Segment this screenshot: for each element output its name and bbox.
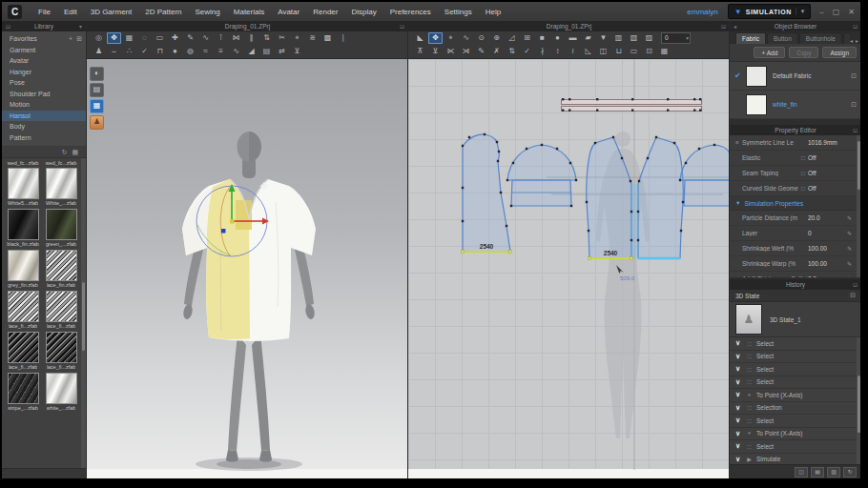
gizmo-depth-point[interactable]	[221, 229, 226, 234]
clone-pattern-icon[interactable]: ⊞	[520, 32, 534, 44]
canvas-2d[interactable]: 2540 2540	[408, 59, 730, 478]
tack-on-avatar-icon[interactable]: ⌖	[290, 32, 304, 44]
property-editor-header[interactable]: Property Editor ⊡	[730, 125, 860, 135]
show-internal-lines-icon[interactable]: ▤	[90, 83, 104, 97]
selected-check-icon[interactable]: ✔	[734, 71, 746, 80]
history-item[interactable]: ∨ ▶ Simulate	[730, 454, 860, 465]
fabric-item[interactable]: lace_fi...zfab	[7, 332, 39, 370]
fold-arrangement-icon[interactable]: ⇅	[259, 32, 274, 44]
menu-item[interactable]: Preferences	[383, 8, 438, 16]
layers-icon[interactable]: ▤	[259, 46, 274, 57]
history-item[interactable]: ∨ ∷ Select	[730, 415, 860, 428]
fabric-list-item[interactable]: white_fin ⊡	[730, 91, 860, 119]
library-folder-item[interactable]: Hanger	[2, 67, 86, 78]
edit-pencil-icon[interactable]: ✎	[844, 245, 852, 252]
mn-segment-sew-icon[interactable]: ⋊	[459, 46, 473, 57]
fabric-thumbnail[interactable]	[8, 168, 39, 199]
fabric-thumbnail[interactable]	[46, 291, 77, 322]
menu-item[interactable]: Sewing	[189, 8, 227, 16]
maximize-button[interactable]: ▢	[833, 8, 840, 16]
grid-view-icon[interactable]: ▦	[72, 149, 78, 156]
refresh-icon[interactable]: ↻	[62, 149, 68, 156]
library-folder-item[interactable]: Motion	[2, 99, 86, 111]
property-value[interactable]: Off	[808, 154, 844, 161]
fold-sew-icon[interactable]: ⇅	[505, 46, 519, 57]
object-browser-tab[interactable]: Topstitch	[843, 32, 850, 44]
state-thumbnail[interactable]: ♟	[735, 304, 762, 335]
view-list-icon[interactable]: ▤	[811, 467, 824, 478]
show-avatar-icon[interactable]: ♟	[90, 115, 104, 130]
add-fabric-button[interactable]: + Add	[754, 47, 785, 58]
menu-item[interactable]: Edit	[57, 8, 84, 16]
measure-3d-icon[interactable]: ∣	[336, 32, 350, 44]
fabric-file-label[interactable]: wed_fc...zfab	[45, 160, 77, 166]
seam-allowance-icon[interactable]: ▧	[627, 32, 641, 44]
history-state-item[interactable]: ♟ 3D State_1	[730, 302, 860, 337]
app-logo-icon[interactable]: C	[8, 5, 22, 19]
property-value[interactable]: 100.00	[808, 260, 844, 267]
panel-float-icon[interactable]: ⊡	[853, 281, 858, 288]
library-folder-item[interactable]: Pose	[2, 77, 86, 89]
fit-check-icon[interactable]: ✓	[137, 46, 152, 57]
object-browser-tab[interactable]: Fabric	[735, 32, 766, 44]
shirring-icon[interactable]: ≡	[214, 46, 228, 57]
render-style-icon[interactable]: ◐	[90, 67, 104, 81]
show-gizmo-icon[interactable]: ◎	[92, 32, 106, 44]
internal-line-icon[interactable]: ≀	[566, 46, 580, 57]
curve-point-icon[interactable]: ⊙	[474, 32, 488, 44]
viewport-3d-header[interactable]: Draping_01.ZPrj ⊡	[87, 21, 408, 31]
panel-float-icon[interactable]: ⊡	[853, 23, 858, 30]
menu-item[interactable]: Avatar	[271, 8, 306, 16]
section-collapse-icon[interactable]: ▼	[735, 200, 740, 206]
pin-icon[interactable]: ⊺	[214, 32, 228, 44]
sew-free-icon[interactable]: ⋈	[229, 32, 243, 44]
fabric-thumbnail[interactable]	[46, 373, 77, 404]
arrange-points-icon[interactable]: ∴	[122, 46, 136, 57]
history-item[interactable]: ∨ ⌖ To Point (X-Axis)	[730, 428, 860, 441]
fabric-item[interactable]: stripe_...zfab	[7, 373, 39, 411]
library-folder-item[interactable]: Pattern	[2, 132, 86, 144]
path-pattern-icon[interactable]: ▬	[566, 32, 580, 44]
fabric-swatch[interactable]	[746, 94, 767, 115]
view-thumb-icon[interactable]: ◫	[795, 467, 808, 478]
pen-3d-icon[interactable]: ✎	[183, 32, 197, 44]
add-point-icon[interactable]: ⊕	[489, 32, 504, 44]
history-item[interactable]: ∨ ∷ Select	[730, 376, 860, 390]
property-value[interactable]: 2.5	[808, 275, 844, 277]
user-name[interactable]: emmalyn	[687, 8, 717, 16]
trace-icon[interactable]: ◺	[581, 46, 595, 57]
history-item[interactable]: ∨ ∷ Select	[730, 363, 860, 376]
dart-icon[interactable]: ▼	[596, 32, 610, 44]
fabric-thumbnail[interactable]	[46, 168, 77, 199]
fabric-item[interactable]: grey_fin.zfab	[7, 250, 39, 288]
drop-avatar-icon[interactable]: ⊻	[290, 46, 304, 57]
notch-icon[interactable]: ∤	[535, 46, 549, 57]
edit-curve-3d-icon[interactable]: ∿	[198, 32, 213, 44]
simulation-properties-section[interactable]: ▼ Simulation Properties	[730, 196, 860, 211]
menu-item[interactable]: Help	[479, 8, 507, 16]
canvas-3d[interactable]: ◐▤▦♟	[87, 59, 408, 478]
copy-fabric-button[interactable]: Copy	[789, 47, 818, 58]
library-folder-item[interactable]: Body	[2, 121, 86, 132]
fabric-thumbnail[interactable]	[46, 250, 77, 281]
history-item[interactable]: ∨ ∷ Select	[730, 351, 860, 364]
fabric-options-icon[interactable]: ⊡	[851, 101, 857, 109]
check-sew-icon[interactable]: ✓	[520, 46, 534, 57]
library-folder-item[interactable]: Avatar	[2, 55, 86, 67]
property-expand-icon[interactable]: «	[735, 139, 742, 146]
fabric-thumbnail[interactable]	[8, 209, 39, 240]
property-value[interactable]: 20.0	[808, 214, 844, 221]
panel-float-icon[interactable]: ⊡	[6, 23, 10, 30]
texture-editor-icon[interactable]: ▨	[642, 32, 656, 44]
select-lasso-icon[interactable]: ◌	[137, 32, 152, 44]
wind-icon[interactable]: ∿	[229, 46, 243, 57]
detach-sew-icon[interactable]: ✗	[489, 46, 504, 57]
chevron-down-icon[interactable]: ▾	[79, 23, 82, 30]
simulation-button[interactable]: ▼ SIMULATION ▾	[728, 4, 811, 19]
close-button[interactable]: ✕	[848, 8, 855, 16]
polygon-pattern-icon[interactable]: ▰	[581, 32, 595, 44]
fabric-thumbnail[interactable]	[46, 332, 77, 363]
object-browser-header[interactable]: ◂ Object Browser ⊡	[730, 21, 860, 31]
library-folder-item[interactable]: Favorites + ⊞	[2, 33, 86, 45]
history-options-icon[interactable]: ⊟	[850, 292, 856, 299]
